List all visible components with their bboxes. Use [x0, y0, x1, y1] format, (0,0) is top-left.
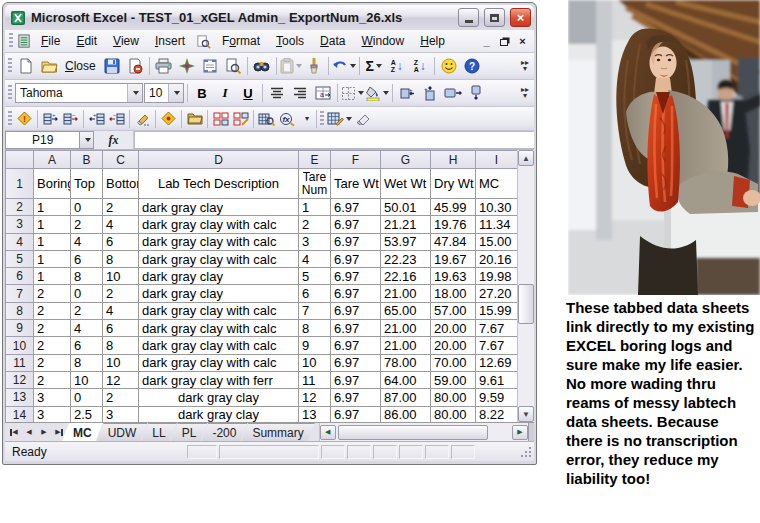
sheet-tab-pl[interactable]: PL — [171, 423, 208, 441]
cell[interactable]: 0 — [71, 285, 103, 302]
cell[interactable]: 2 — [103, 285, 139, 302]
sheet-tab--200[interactable]: -200 — [201, 423, 247, 441]
doc-restore-button[interactable] — [497, 34, 512, 49]
column-header-D[interactable]: D — [139, 151, 299, 169]
borders-dropdown[interactable] — [358, 91, 364, 95]
row-header-14[interactable]: 14 — [6, 407, 34, 422]
cell[interactable]: 10 — [103, 268, 139, 285]
scroll-left-button[interactable]: ◀ — [320, 425, 336, 440]
autosum-dropdown[interactable] — [376, 64, 382, 68]
cell[interactable]: 4 — [71, 234, 103, 251]
doc-close-button[interactable]: × — [515, 34, 530, 49]
fill-color-button[interactable] — [365, 82, 389, 104]
cell[interactable]: 6.97 — [331, 216, 381, 233]
cell[interactable]: 86.00 — [381, 407, 431, 422]
header-cell[interactable]: Bottom — [103, 169, 139, 199]
cell[interactable]: 6.97 — [331, 372, 381, 389]
cell[interactable]: 3 — [103, 407, 139, 422]
align-center-button[interactable] — [266, 82, 288, 104]
cell[interactable]: 21.00 — [381, 337, 431, 354]
addin-star-button[interactable] — [176, 55, 198, 77]
cell[interactable]: 2 — [34, 372, 71, 389]
scroll-right-button[interactable]: ▶ — [512, 425, 528, 440]
row-header-8[interactable]: 8 — [6, 303, 34, 320]
menu-file[interactable]: File — [34, 31, 67, 51]
cell[interactable]: 18.00 — [431, 285, 476, 302]
horizontal-scroll-thumb[interactable] — [338, 425, 488, 440]
cell[interactable]: 27.20 — [476, 285, 518, 302]
cell[interactable]: 80.00 — [431, 389, 476, 406]
header-cell[interactable]: Tare Wt — [331, 169, 381, 199]
maximize-button[interactable] — [484, 8, 505, 27]
print-preview-menu-icon[interactable] — [194, 32, 213, 51]
addin-format-icon-4[interactable] — [465, 82, 487, 104]
row-header-12[interactable]: 12 — [6, 372, 34, 389]
font-name-dropdown[interactable] — [127, 84, 142, 102]
cell[interactable]: 2 — [34, 303, 71, 320]
cell[interactable]: 2.5 — [71, 407, 103, 422]
column-header-C[interactable]: C — [103, 151, 139, 169]
cell[interactable]: 21.00 — [381, 320, 431, 337]
sheet-tab-summary[interactable]: Summary — [241, 423, 314, 441]
formula-input[interactable] — [134, 131, 534, 149]
menu-help[interactable]: Help — [413, 31, 452, 51]
cell[interactable]: 13 — [299, 407, 331, 422]
cell[interactable]: 7.67 — [476, 337, 518, 354]
paste-dropdown[interactable] — [296, 64, 302, 68]
cell[interactable]: 1 — [299, 199, 331, 216]
cell[interactable]: 12 — [299, 389, 331, 406]
cell[interactable]: 2 — [34, 355, 71, 372]
sheet-tab-ll[interactable]: LL — [141, 423, 176, 441]
cell[interactable]: 4 — [103, 303, 139, 320]
cell[interactable]: 21.00 — [381, 285, 431, 302]
row-header-4[interactable]: 4 — [6, 234, 34, 251]
cell[interactable]: 19.67 — [431, 251, 476, 268]
header-cell[interactable]: MC — [476, 169, 518, 199]
cell[interactable]: dark gray clay with calc — [139, 320, 299, 337]
tab-split-handle[interactable] — [528, 423, 534, 441]
cell[interactable]: 3 — [299, 234, 331, 251]
cell[interactable]: 20.16 — [476, 251, 518, 268]
row-header-2[interactable]: 2 — [6, 199, 34, 216]
format-painter-button[interactable] — [303, 55, 325, 77]
toolbar-grip[interactable] — [8, 58, 12, 74]
menu-data[interactable]: Data — [313, 31, 352, 51]
cell[interactable]: 50.01 — [381, 199, 431, 216]
cell[interactable]: 65.00 — [381, 303, 431, 320]
column-header-H[interactable]: H — [431, 151, 476, 169]
scroll-down-button[interactable]: ▼ — [518, 406, 534, 422]
addin-clear-button[interactable] — [133, 109, 152, 128]
cell[interactable]: 47.84 — [431, 234, 476, 251]
name-box[interactable]: P19 — [5, 131, 79, 149]
cell[interactable]: 19.63 — [431, 268, 476, 285]
cell[interactable]: 10.30 — [476, 199, 518, 216]
menu-format[interactable]: Format — [215, 31, 267, 51]
cell[interactable]: 6.97 — [331, 199, 381, 216]
cell[interactable]: 6.97 — [331, 355, 381, 372]
cell[interactable]: 6.97 — [331, 303, 381, 320]
cell[interactable]: 6 — [71, 251, 103, 268]
print-preview-button[interactable] — [222, 55, 244, 77]
cell[interactable]: dark gray clay with calc — [139, 216, 299, 233]
addin-format-icon-1[interactable]: + — [396, 82, 418, 104]
cell[interactable]: 2 — [103, 389, 139, 406]
column-header-A[interactable]: A — [34, 151, 71, 169]
cell[interactable]: 7 — [299, 303, 331, 320]
toolbar-options-button[interactable]: ▸▸▾ — [519, 60, 531, 72]
column-header-G[interactable]: G — [381, 151, 431, 169]
cell[interactable]: 1 — [34, 251, 71, 268]
cell[interactable]: 8 — [71, 355, 103, 372]
cell[interactable]: 15.00 — [476, 234, 518, 251]
header-cell[interactable]: Dry Wt — [431, 169, 476, 199]
addin-insert-rows-button[interactable]: + — [41, 109, 60, 128]
cell[interactable]: 1 — [34, 199, 71, 216]
cell[interactable]: 2 — [299, 216, 331, 233]
cell[interactable]: 12 — [103, 372, 139, 389]
addin-move-right-button[interactable]: + — [87, 109, 106, 128]
new-document-button[interactable] — [15, 55, 37, 77]
cell[interactable]: 7.67 — [476, 320, 518, 337]
column-header-I[interactable]: I — [476, 151, 518, 169]
cell[interactable]: 12.69 — [476, 355, 518, 372]
cell[interactable]: dark gray clay — [139, 389, 299, 406]
font-size-combo[interactable]: 10 — [144, 83, 184, 103]
